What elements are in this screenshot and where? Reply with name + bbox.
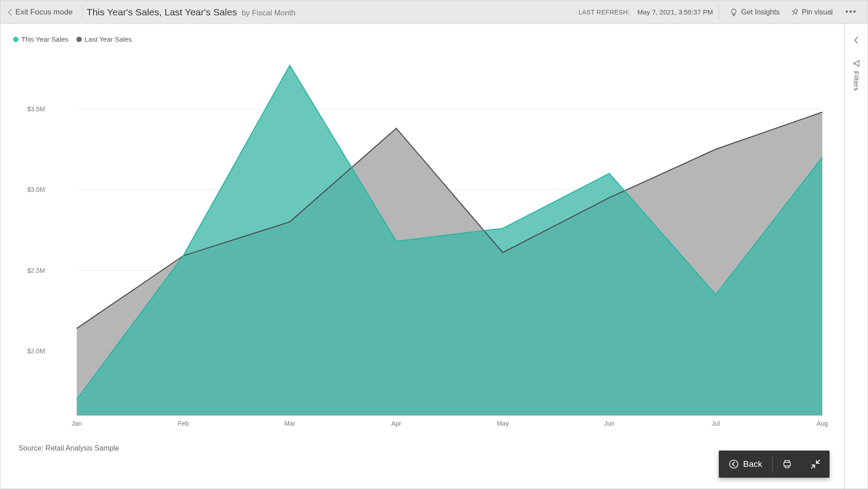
svg-text:May: May xyxy=(497,420,509,427)
last-refresh-date: May 7, 2021, 3:59:37 PM xyxy=(637,8,713,16)
last-refresh-label: LAST REFRESH: xyxy=(578,9,629,16)
svg-text:$2.5M: $2.5M xyxy=(27,267,45,274)
action-bar: Back xyxy=(719,451,830,478)
visual-title: This Year's Sales, Last Year's Sales by … xyxy=(87,7,296,18)
print-icon xyxy=(782,459,793,470)
exit-focus-button[interactable]: Exit Focus mode xyxy=(8,8,81,17)
back-button[interactable]: Back xyxy=(719,451,772,478)
side-rail: Filters xyxy=(844,24,868,489)
visual-title-sub: by Fiscal Month xyxy=(242,9,296,17)
chevron-left-icon xyxy=(8,9,13,16)
get-insights-button[interactable]: Get Insights xyxy=(725,5,784,19)
lightbulb-icon xyxy=(730,8,738,16)
exit-focus-label: Exit Focus mode xyxy=(15,8,73,17)
pin-icon xyxy=(791,8,799,16)
print-button[interactable] xyxy=(773,451,802,478)
svg-text:$2.0M: $2.0M xyxy=(27,347,45,355)
collapse-icon xyxy=(811,459,821,469)
expand-filters-button[interactable] xyxy=(851,34,862,48)
pin-visual-label: Pin visual xyxy=(802,8,833,16)
filter-icon xyxy=(852,59,860,67)
content: This Year Sales Last Year Sales $2.0M$2.… xyxy=(0,24,868,489)
app-frame: Exit Focus mode This Year's Sales, Last … xyxy=(0,0,868,489)
topbar-right: LAST REFRESH: May 7, 2021, 3:59:37 PM Ge… xyxy=(578,5,863,20)
visual-title-main: This Year's Sales, Last Year's Sales xyxy=(87,7,237,17)
svg-text:Jun: Jun xyxy=(604,420,614,427)
svg-text:Mar: Mar xyxy=(284,420,295,427)
legend-label-last-year: Last Year Sales xyxy=(85,35,132,43)
svg-text:Feb: Feb xyxy=(178,420,189,427)
svg-text:Aug: Aug xyxy=(816,420,828,427)
topbar: Exit Focus mode This Year's Sales, Last … xyxy=(0,0,868,24)
svg-text:Jan: Jan xyxy=(71,420,82,427)
back-label: Back xyxy=(743,459,762,469)
svg-text:$3.5M: $3.5M xyxy=(27,105,45,113)
pin-visual-button[interactable]: Pin visual xyxy=(786,5,837,19)
svg-text:Apr: Apr xyxy=(392,420,401,427)
area-chart[interactable]: $2.0M$2.5M$3.0M$3.5MJanFebMarAprMayJunJu… xyxy=(13,51,831,434)
exit-fullscreen-button[interactable] xyxy=(802,451,830,478)
legend-label-this-year: This Year Sales xyxy=(21,35,68,43)
separator xyxy=(82,5,82,20)
filters-label: Filters xyxy=(853,71,860,91)
source-text: Source: Retail Analysis Sample xyxy=(19,444,119,452)
chart-canvas: This Year Sales Last Year Sales $2.0M$2.… xyxy=(0,24,844,489)
more-icon: ••• xyxy=(844,7,859,17)
back-arrow-icon xyxy=(729,459,739,469)
legend-item-last-year[interactable]: Last Year Sales xyxy=(76,35,132,43)
svg-text:Jul: Jul xyxy=(712,420,720,427)
legend-swatch-last-year xyxy=(76,37,82,42)
chevron-left-icon xyxy=(854,37,859,44)
more-options-button[interactable]: ••• xyxy=(839,5,863,19)
legend-swatch-this-year xyxy=(13,37,19,42)
svg-text:$3.0M: $3.0M xyxy=(27,186,45,193)
get-insights-label: Get Insights xyxy=(741,8,779,16)
svg-point-17 xyxy=(730,460,738,468)
legend-item-this-year[interactable]: This Year Sales xyxy=(13,35,68,43)
filters-pane-toggle[interactable]: Filters xyxy=(852,59,860,91)
separator xyxy=(718,5,719,20)
chart-legend: This Year Sales Last Year Sales xyxy=(13,35,132,43)
